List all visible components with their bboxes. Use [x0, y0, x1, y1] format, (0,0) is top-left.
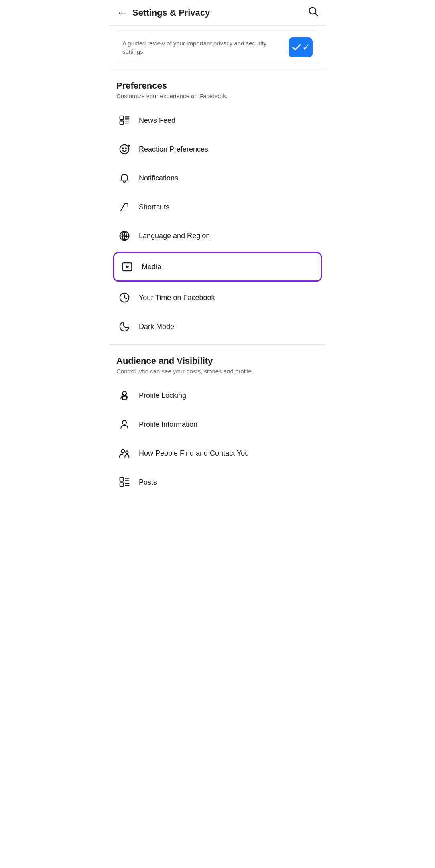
- language-label: Language and Region: [139, 232, 210, 240]
- find-contact-label: How People Find and Contact You: [139, 449, 249, 458]
- privacy-checkup-card[interactable]: A guided review of your important privac…: [116, 30, 319, 64]
- news-feed-label: News Feed: [139, 116, 175, 125]
- privacy-checkup-icon: [289, 37, 313, 57]
- notifications-label: Notifications: [139, 174, 178, 183]
- menu-item-notifications[interactable]: Notifications: [109, 164, 326, 193]
- svg-point-9: [122, 148, 124, 149]
- svg-rect-32: [120, 483, 124, 486]
- shortcuts-label: Shortcuts: [139, 203, 169, 211]
- posts-icon: [116, 474, 132, 490]
- media-label: Media: [142, 263, 161, 271]
- menu-item-media[interactable]: Media: [113, 252, 322, 282]
- svg-line-1: [315, 13, 317, 16]
- svg-marker-20: [126, 265, 130, 268]
- news-feed-icon: [116, 112, 132, 128]
- svg-point-11: [128, 145, 130, 147]
- reaction-preferences-label: Reaction Preferences: [139, 145, 208, 154]
- dark-mode-icon: [116, 318, 132, 335]
- audience-section: Audience and Visibility Control who can …: [109, 348, 326, 381]
- page-title: Settings & Privacy: [132, 8, 210, 18]
- privacy-checkup-text: A guided review of your important privac…: [122, 39, 284, 56]
- svg-point-30: [126, 451, 128, 453]
- divider-top: [109, 69, 326, 69]
- language-icon: [116, 228, 132, 244]
- menu-item-your-time-on-facebook[interactable]: Your Time on Facebook: [109, 283, 326, 312]
- menu-item-dark-mode[interactable]: Dark Mode: [109, 312, 326, 341]
- menu-item-reaction-preferences[interactable]: Reaction Preferences: [109, 135, 326, 164]
- profile-information-label: Profile Information: [139, 420, 197, 429]
- posts-label: Posts: [139, 478, 157, 487]
- search-button[interactable]: [307, 6, 319, 20]
- svg-line-23: [124, 298, 126, 299]
- preferences-title: Preferences: [116, 81, 319, 91]
- audience-title: Audience and Visibility: [116, 356, 319, 366]
- shortcuts-icon: [116, 199, 132, 215]
- menu-item-news-feed[interactable]: News Feed: [109, 106, 326, 135]
- media-icon: [119, 259, 135, 275]
- notifications-icon: [116, 170, 132, 186]
- profile-locking-icon: [116, 387, 132, 404]
- audience-subtitle: Control who can see your posts, stories …: [116, 368, 319, 375]
- preferences-section: Preferences Customize your experience on…: [109, 73, 326, 106]
- svg-line-13: [121, 203, 125, 211]
- svg-rect-2: [120, 116, 124, 120]
- preferences-subtitle: Customize your experience on Facebook.: [116, 93, 319, 99]
- menu-item-profile-locking[interactable]: Profile Locking: [109, 381, 326, 410]
- svg-point-10: [126, 148, 127, 149]
- menu-item-shortcuts[interactable]: Shortcuts: [109, 193, 326, 221]
- divider-middle: [109, 344, 326, 345]
- svg-point-29: [121, 450, 125, 453]
- back-button[interactable]: ←: [116, 7, 128, 18]
- time-icon: [116, 290, 132, 306]
- reaction-preferences-icon: [116, 141, 132, 157]
- menu-item-posts[interactable]: Posts: [109, 468, 326, 497]
- svg-point-28: [122, 420, 126, 424]
- menu-item-how-people-find[interactable]: How People Find and Contact You: [109, 439, 326, 468]
- settings-header: ← Settings & Privacy: [109, 0, 326, 26]
- profile-locking-label: Profile Locking: [139, 391, 186, 400]
- your-time-label: Your Time on Facebook: [139, 294, 215, 302]
- svg-rect-3: [120, 121, 124, 124]
- menu-item-profile-information[interactable]: Profile Information: [109, 410, 326, 439]
- menu-item-language-and-region[interactable]: Language and Region: [109, 221, 326, 250]
- header-left: ← Settings & Privacy: [116, 7, 210, 18]
- find-contact-icon: [116, 445, 132, 461]
- svg-rect-31: [120, 478, 124, 481]
- dark-mode-label: Dark Mode: [139, 322, 174, 331]
- profile-information-icon: [116, 416, 132, 432]
